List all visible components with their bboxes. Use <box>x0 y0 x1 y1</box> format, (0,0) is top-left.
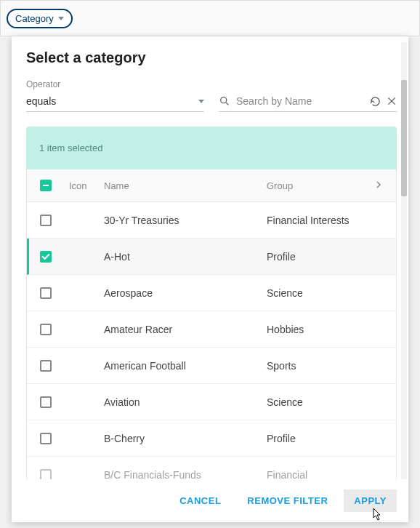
chip-label: Category <box>15 13 54 24</box>
row-group: Sports <box>267 360 368 372</box>
operator-field[interactable]: Operator equals <box>26 79 204 112</box>
search-icon <box>219 95 230 107</box>
table-row[interactable]: B-CherryProfile <box>27 420 396 457</box>
row-checkbox[interactable] <box>40 324 52 335</box>
row-checkbox[interactable] <box>40 251 52 263</box>
row-name: A-Hot <box>104 251 267 263</box>
table-row[interactable]: AviationScience <box>27 384 396 420</box>
column-group[interactable]: Group <box>267 180 368 191</box>
header-checkbox[interactable] <box>40 180 52 191</box>
close-icon[interactable] <box>387 96 397 106</box>
row-checkbox[interactable] <box>40 433 52 444</box>
chevron-down-icon <box>198 100 204 103</box>
table-row[interactable]: AerospaceScience <box>27 275 396 311</box>
row-checkbox[interactable] <box>40 360 52 372</box>
table-row[interactable]: 30-Yr TreasuriesFinancial Interests <box>27 202 396 239</box>
operator-label: Operator <box>26 79 204 89</box>
row-group: Science <box>267 287 368 299</box>
row-name: American Football <box>104 360 267 372</box>
row-group: Financial <box>267 469 368 480</box>
svg-point-0 <box>221 97 227 103</box>
row-name: Aviation <box>104 396 267 408</box>
column-icon[interactable]: Icon <box>69 180 104 191</box>
table-row[interactable]: American FootballSports <box>27 348 396 384</box>
row-name: Aerospace <box>104 287 267 299</box>
refresh-icon[interactable] <box>370 96 381 107</box>
row-name: 30-Yr Treasuries <box>104 215 267 226</box>
row-name: B/C Financials-Funds <box>104 469 267 480</box>
category-chip[interactable]: Category <box>7 9 73 28</box>
row-checkbox[interactable] <box>40 215 52 226</box>
category-table: Icon Name Group 30-Yr TreasuriesFinancia… <box>26 169 397 479</box>
controls-row: Operator equals <box>26 79 397 112</box>
column-name[interactable]: Name <box>104 180 267 191</box>
table-header: Icon Name Group <box>27 169 396 202</box>
category-modal: Select a category Operator equals <box>12 36 408 522</box>
row-name: Amateur Racer <box>104 324 267 335</box>
apply-button[interactable]: Apply <box>344 489 397 512</box>
row-group: Hobbies <box>267 324 368 335</box>
table-row[interactable]: B/C Financials-FundsFinancial <box>27 457 396 479</box>
row-name: B-Cherry <box>104 433 267 444</box>
row-checkbox[interactable] <box>40 469 52 480</box>
selection-banner: 1 item selected <box>26 127 397 169</box>
row-checkbox[interactable] <box>40 287 52 299</box>
row-checkbox[interactable] <box>40 396 52 408</box>
operator-value: equals <box>26 95 56 107</box>
modal-title: Select a category <box>26 49 397 66</box>
row-group: Profile <box>267 433 368 444</box>
svg-line-1 <box>226 103 228 105</box>
modal-footer: Cancel Remove Filter Apply <box>12 479 408 522</box>
search-input[interactable] <box>236 95 364 107</box>
table-row[interactable]: Amateur RacerHobbies <box>27 311 396 348</box>
cancel-button[interactable]: Cancel <box>169 489 231 512</box>
scrollbar-thumb[interactable] <box>401 80 407 196</box>
row-group: Financial Interests <box>267 215 368 226</box>
row-group: Science <box>267 396 368 408</box>
search-field[interactable] <box>219 92 397 112</box>
remove-filter-button[interactable]: Remove Filter <box>237 489 338 512</box>
table-row[interactable]: A-HotProfile <box>27 239 396 275</box>
row-group: Profile <box>267 251 368 263</box>
chevron-down-icon <box>58 17 64 20</box>
filter-bar: Category <box>0 0 420 36</box>
chevron-right-icon[interactable] <box>374 180 383 191</box>
